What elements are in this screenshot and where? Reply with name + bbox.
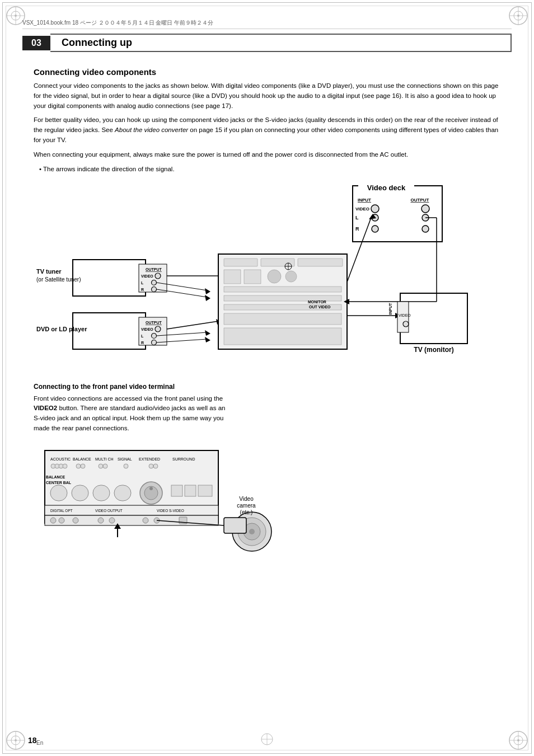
svg-rect-20 [353,186,442,242]
svg-point-147 [249,529,255,534]
section2-heading: Connecting to the front panel video term… [34,383,500,391]
svg-point-73 [268,270,281,283]
svg-point-116 [153,464,158,468]
svg-point-112 [99,464,103,468]
svg-rect-121 [93,485,110,501]
header-bar: VSX_1014.book.fm 18 ページ ２００４年５月１４日 金曜日 午… [22,17,512,29]
svg-text:OUTPUT: OUTPUT [411,198,429,203]
chapter-number: 03 [22,36,50,50]
svg-text:DVD or LD player: DVD or LD player [36,326,87,332]
svg-point-32 [372,226,378,232]
svg-rect-78 [224,313,341,325]
svg-rect-90 [400,293,467,344]
svg-rect-75 [224,287,341,292]
svg-text:MULTI CH: MULTI CH [95,457,114,461]
svg-text:(etc.): (etc.) [240,509,253,515]
svg-text:BALANCE: BALANCE [46,475,65,479]
corner-bl [4,729,27,752]
svg-point-111 [81,464,85,468]
section2-para1: Front video connections are accessed via… [34,394,229,434]
svg-text:R: R [141,288,144,292]
svg-point-94 [403,321,409,327]
svg-marker-64 [205,330,210,336]
svg-rect-133 [45,515,218,525]
page-number: 18 [28,736,37,745]
svg-point-110 [76,464,81,468]
svg-point-134 [50,518,56,523]
svg-rect-127 [185,485,196,496]
svg-text:EXTENDED: EXTENDED [139,457,160,461]
svg-rect-70 [298,259,343,266]
svg-text:Video: Video [239,496,254,502]
svg-text:ACOUSTIC: ACOUSTIC [50,457,71,461]
svg-point-26 [371,205,379,213]
svg-point-109 [63,464,67,468]
svg-rect-122 [114,485,131,501]
svg-line-82 [347,218,371,282]
svg-point-57 [152,333,157,338]
svg-text:Video deck: Video deck [367,184,406,192]
section1-bullet1: The arrows indicate the direction of the… [39,165,500,175]
svg-text:TV tuner: TV tuner [36,268,62,275]
svg-text:VIDEO: VIDEO [399,313,411,317]
chapter-header: 03 Connecting up [22,34,512,52]
svg-text:L: L [141,334,144,338]
main-content: Connecting video components Connect your… [34,62,500,568]
front-panel-diagram: ACOUSTIC BALANCE MULTI CH SIGNAL EXTENDE… [34,445,291,568]
svg-point-137 [98,518,104,523]
svg-point-139 [143,518,148,523]
svg-text:VIDEO: VIDEO [141,274,153,278]
svg-text:VIDEO: VIDEO [141,327,153,331]
svg-marker-66 [205,337,210,342]
svg-text:R: R [355,226,359,232]
svg-text:R: R [141,341,144,345]
svg-text:OUTPUT: OUTPUT [146,267,162,271]
svg-text:camera: camera [237,503,256,509]
svg-point-27 [421,205,429,213]
svg-text:SURROUND: SURROUND [172,457,195,461]
section1-para2: For better quality video, you can hook u… [34,115,500,145]
svg-point-114 [124,464,128,468]
svg-text:CENTER BAL: CENTER BAL [46,481,72,485]
front-panel-svg: ACOUSTIC BALANCE MULTI CH SIGNAL EXTENDE… [34,445,291,565]
svg-point-113 [103,464,107,468]
svg-rect-126 [171,485,182,496]
svg-point-33 [422,226,429,232]
svg-text:DIGITAL  OPT: DIGITAL OPT [50,509,73,513]
svg-rect-71 [224,270,241,284]
svg-text:BALANCE: BALANCE [73,457,91,461]
svg-rect-79 [224,328,341,345]
svg-line-49 [157,289,207,297]
svg-rect-148 [224,518,246,533]
connection-diagram-svg: Video deck INPUT OUTPUT VIDEO L R OU [34,181,500,372]
svg-marker-50 [205,295,210,301]
svg-rect-120 [72,485,88,501]
svg-text:SIGNAL: SIGNAL [118,457,132,461]
svg-point-42 [152,287,157,292]
svg-text:L: L [355,215,359,220]
section1-para3: When connecting your equipment, always m… [34,150,500,160]
svg-text:OUTPUT: OUTPUT [146,321,162,325]
svg-text:TV (monitor): TV (monitor) [414,346,453,354]
svg-point-135 [59,518,64,523]
bottom-crosshair [260,732,274,748]
page-en: En [36,740,43,746]
svg-text:INPUT: INPUT [388,302,392,314]
chapter-title: Connecting up [50,34,512,52]
svg-point-125 [149,487,153,490]
svg-text:VIDEO: VIDEO [355,206,369,212]
svg-marker-48 [205,288,210,294]
svg-rect-68 [224,259,257,266]
svg-rect-119 [50,485,67,501]
svg-point-59 [152,340,157,345]
svg-text:MONITOR: MONITOR [308,300,326,304]
svg-text:L: L [141,281,144,285]
svg-text:INPUT: INPUT [358,198,371,203]
svg-point-115 [149,464,153,468]
section1-para1: Connect your video components to the jac… [34,81,500,111]
svg-point-55 [155,326,161,332]
svg-point-38 [155,273,161,279]
svg-rect-72 [244,270,261,284]
svg-line-61 [167,321,218,329]
svg-text:OUT VIDEO: OUT VIDEO [309,305,331,309]
